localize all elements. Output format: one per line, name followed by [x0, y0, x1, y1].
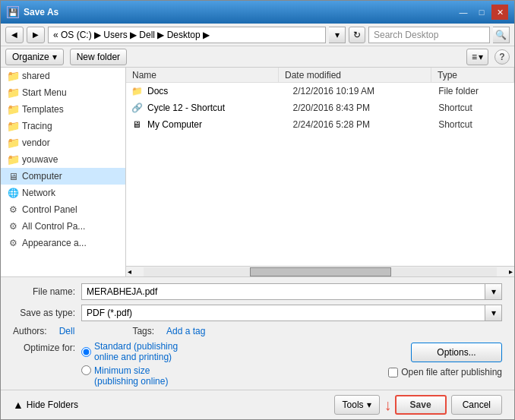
new-folder-button[interactable]: New folder: [70, 49, 127, 65]
scroll-left-button[interactable]: ◂: [126, 267, 133, 276]
filename-row: File name: ▾: [13, 283, 502, 300]
forward-button[interactable]: ▶: [27, 27, 45, 43]
folder-icon: 📁: [7, 137, 19, 149]
sidebar-item-control-panel[interactable]: ⚙ Control Panel: [1, 201, 125, 218]
organize-dropdown-icon: ▾: [52, 52, 57, 62]
help-button[interactable]: ?: [494, 49, 510, 65]
open-file-checkbox[interactable]: [388, 368, 398, 377]
radio-standard-input[interactable]: [81, 347, 91, 357]
close-button[interactable]: ✕: [491, 5, 508, 20]
breadcrumb-path: « OS (C:) ▶ Users ▶ Dell ▶ Desktop ▶: [53, 30, 210, 40]
sidebar-item-network[interactable]: 🌐 Network: [1, 185, 125, 201]
column-type[interactable]: Type: [431, 68, 514, 82]
refresh-button[interactable]: ↻: [349, 27, 365, 43]
scroll-right-button[interactable]: ▸: [507, 267, 514, 276]
sidebar-label-tracing: Tracing: [22, 121, 52, 131]
organize-button[interactable]: Organize ▾: [5, 49, 64, 65]
file-list-header: Name Date modified Type: [126, 68, 514, 83]
sidebar-item-computer[interactable]: 🖥 Computer: [1, 168, 125, 185]
scroll-thumb[interactable]: [250, 267, 391, 276]
save-area: ↓ Save: [384, 395, 447, 415]
file-icon-mycomputer: 🖥: [129, 119, 144, 130]
file-name-docs: Docs: [144, 86, 293, 96]
tags-label: Tags:: [132, 326, 154, 336]
search-placeholder: Search Desktop: [374, 30, 438, 40]
address-bar[interactable]: « OS (C:) ▶ Users ▶ Dell ▶ Desktop ▶: [48, 27, 326, 43]
back-button[interactable]: ◀: [5, 27, 24, 43]
file-type-docs: File folder: [438, 86, 511, 96]
tools-dropdown-icon: ▾: [367, 399, 371, 410]
radio-minimum-label[interactable]: Minimum size(publishing online): [94, 365, 168, 387]
hide-folders-area[interactable]: ▲ Hide Folders: [13, 399, 78, 411]
search-icon[interactable]: 🔍: [493, 27, 510, 43]
optimize-label: Optimize for:: [13, 341, 81, 353]
sidebar-label-computer: Computer: [22, 171, 62, 182]
radio-standard-item: Standard (publishingonline and printing): [81, 341, 178, 362]
file-date-mycomputer: 2/24/2016 5:28 PM: [293, 119, 439, 130]
file-name-cycle12: Cycle 12 - Shortcut: [144, 103, 293, 113]
arrow-down-icon: ↓: [384, 396, 392, 414]
maximize-button[interactable]: □: [473, 5, 490, 20]
filetype-row: Save as type: ▾: [13, 305, 502, 321]
cancel-button[interactable]: Cancel: [451, 395, 502, 415]
folder-icon: 📁: [7, 120, 19, 132]
filetype-label: Save as type:: [13, 308, 81, 318]
views-dropdown-icon: ▾: [479, 52, 483, 62]
views-button[interactable]: ≡ ▾: [466, 49, 488, 65]
table-row[interactable]: 📁 Docs 2/12/2016 10:19 AM File folder: [126, 83, 514, 99]
filename-dropdown-button[interactable]: ▾: [485, 283, 502, 300]
final-buttons-row: Tools ▾ ↓ Save Cancel: [334, 395, 502, 415]
optimize-options-row: Optimize for: Standard (publishingonline…: [13, 341, 502, 390]
control-panel-all-icon: ⚙: [7, 220, 19, 232]
radio-standard-label[interactable]: Standard (publishingonline and printing): [94, 341, 178, 362]
dialog-icon: 💾: [7, 6, 19, 18]
sidebar-item-templates[interactable]: 📁 Templates: [1, 101, 125, 118]
file-date-cycle12: 2/20/2016 8:43 PM: [293, 103, 439, 113]
table-row[interactable]: 🔗 Cycle 12 - Shortcut 2/20/2016 8:43 PM …: [126, 99, 514, 116]
save-button[interactable]: Save: [395, 395, 447, 415]
sidebar-label-start-menu: Start Menu: [22, 87, 67, 98]
column-date-modified[interactable]: Date modified: [279, 68, 431, 82]
col-date-label: Date modified: [285, 70, 341, 81]
folder-icon: 📁: [7, 70, 19, 82]
filetype-dropdown-button[interactable]: ▾: [485, 305, 502, 321]
sidebar-item-appearance[interactable]: ⚙ Appearance a...: [1, 235, 125, 251]
options-button[interactable]: Options...: [411, 343, 502, 362]
filename-label: File name:: [13, 286, 81, 297]
sidebar-item-tracing[interactable]: 📁 Tracing: [1, 118, 125, 134]
open-file-row: Open file after publishing: [388, 367, 502, 377]
network-icon: 🌐: [7, 187, 19, 199]
authors-value[interactable]: Dell: [59, 326, 75, 336]
main-area: 📁 shared 📁 Start Menu 📁 Templates 📁 Trac…: [1, 68, 514, 276]
authors-label: Authors:: [13, 326, 47, 336]
sidebar-item-shared[interactable]: 📁 shared: [1, 68, 125, 84]
file-icon-cycle12: 🔗: [129, 103, 144, 113]
sidebar-item-start-menu[interactable]: 📁 Start Menu: [1, 84, 125, 101]
open-file-label[interactable]: Open file after publishing: [401, 367, 502, 377]
filetype-input[interactable]: [81, 305, 485, 321]
col-name-label: Name: [132, 70, 156, 81]
column-name[interactable]: Name: [126, 68, 279, 82]
radio-minimum-input[interactable]: [81, 365, 91, 375]
add-tag-link[interactable]: Add a tag: [166, 326, 205, 336]
sidebar-label-youwave: youwave: [22, 154, 58, 165]
table-row[interactable]: 🖥 My Computer 2/24/2016 5:28 PM Shortcut: [126, 116, 514, 133]
title-bar: 💾 Save As — □ ✕: [1, 1, 514, 24]
window-controls: — □ ✕: [455, 5, 508, 20]
sidebar-label-vendor: vendor: [22, 137, 50, 148]
sidebar-item-all-control[interactable]: ⚙ All Control Pa...: [1, 218, 125, 235]
bottom-form: File name: ▾ Save as type: ▾ Authors: De…: [1, 276, 514, 419]
sidebar-item-vendor[interactable]: 📁 vendor: [1, 134, 125, 151]
tools-label: Tools: [343, 399, 364, 410]
horizontal-scrollbar[interactable]: ◂ ▸: [126, 266, 514, 276]
options-label: Options...: [437, 347, 476, 358]
sidebar-item-youwave[interactable]: 📁 youwave: [1, 151, 125, 168]
folder-icon: 📁: [7, 87, 19, 99]
file-date-docs: 2/12/2016 10:19 AM: [293, 86, 439, 96]
filename-input[interactable]: [81, 283, 485, 300]
tools-button[interactable]: Tools ▾: [334, 395, 380, 415]
address-toolbar: ◀ ▶ « OS (C:) ▶ Users ▶ Dell ▶ Desktop ▶…: [1, 24, 514, 46]
search-input[interactable]: Search Desktop: [368, 27, 490, 43]
minimize-button[interactable]: —: [455, 5, 472, 20]
address-dropdown[interactable]: ▾: [329, 27, 346, 43]
